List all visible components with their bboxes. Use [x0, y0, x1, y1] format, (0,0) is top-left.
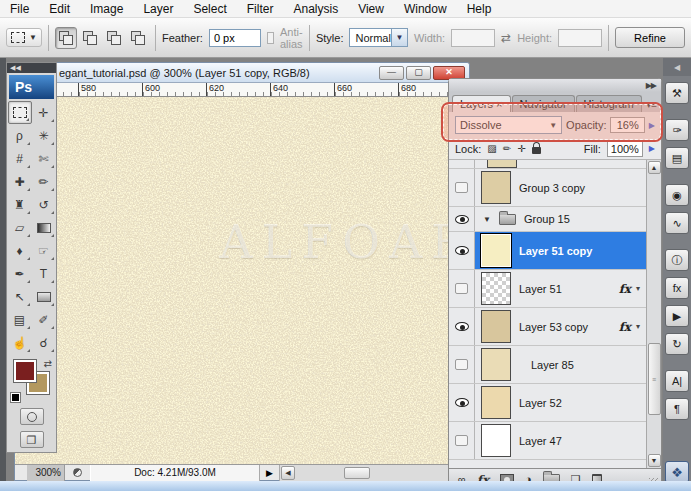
- lock-position-icon[interactable]: ✛: [517, 143, 525, 154]
- add-selection-button[interactable]: [79, 27, 101, 49]
- menu-item-edit[interactable]: Edit: [39, 0, 80, 18]
- layer-thumbnail[interactable]: [481, 386, 511, 419]
- layer-thumbnail[interactable]: [481, 310, 511, 343]
- blend-mode-select[interactable]: Dissolve ▼: [455, 116, 562, 134]
- zoom-tool[interactable]: ☌: [32, 331, 56, 354]
- dock-collapse-icon[interactable]: ◀: [663, 58, 691, 76]
- layer-styles-panel-icon[interactable]: fx: [665, 277, 689, 299]
- screen-mode-button[interactable]: ❐: [20, 431, 44, 448]
- visibility-cell-off[interactable]: [449, 169, 475, 206]
- fill-slider-icon[interactable]: ▶: [649, 144, 655, 153]
- scroll-track[interactable]: ≡: [648, 175, 661, 453]
- toolbox-collapse-icon[interactable]: ◀◀: [7, 63, 56, 73]
- gradient-tool[interactable]: [32, 216, 56, 239]
- chevron-down-icon[interactable]: ▼: [391, 29, 407, 46]
- lasso-tool[interactable]: ρ: [8, 124, 32, 147]
- visibility-cell-off[interactable]: [449, 270, 475, 307]
- opacity-slider-icon[interactable]: ▶: [649, 121, 655, 130]
- slice-tool[interactable]: ✄: [32, 147, 56, 170]
- eraser-tool[interactable]: ▱: [8, 216, 32, 239]
- rectangular-marquee-tool[interactable]: [8, 101, 32, 124]
- subtract-selection-button[interactable]: [103, 27, 125, 49]
- layer-row-body[interactable]: [475, 160, 646, 168]
- horizontal-scrollbar[interactable]: ◀: [279, 465, 469, 481]
- feather-input[interactable]: [209, 29, 261, 47]
- refine-edge-button[interactable]: Refine: [615, 27, 685, 48]
- eyedropper-tool[interactable]: ✐: [32, 308, 56, 331]
- layers-panel-icon[interactable]: ❖: [665, 461, 689, 483]
- visibility-cell-on[interactable]: [449, 384, 475, 421]
- fill-field[interactable]: 100%: [607, 141, 643, 157]
- layer-row-body[interactable]: Layer 51fx▾: [475, 270, 646, 307]
- menu-item-file[interactable]: File: [0, 0, 39, 18]
- notes-tool[interactable]: ▤: [8, 308, 32, 331]
- panel-menu-icon[interactable]: ▾≡: [646, 99, 657, 110]
- menu-item-window[interactable]: Window: [394, 0, 457, 18]
- layer-row[interactable]: ▼Group 15: [449, 207, 646, 232]
- blur-tool[interactable]: ♦: [8, 239, 32, 262]
- layer-thumbnail[interactable]: [481, 424, 511, 457]
- tool-presets-panel-icon[interactable]: ⚒: [665, 82, 689, 104]
- menu-item-select[interactable]: Select: [183, 0, 236, 18]
- layer-row-body[interactable]: Layer 51 copy: [475, 232, 646, 269]
- crop-tool[interactable]: #: [8, 147, 32, 170]
- history-brush-tool[interactable]: ↺: [32, 193, 56, 216]
- shape-tool[interactable]: [32, 285, 56, 308]
- tab-histogram[interactable]: Histogram: [576, 95, 642, 112]
- healing-brush-tool[interactable]: ✚: [8, 170, 32, 193]
- layer-row[interactable]: Layer 51 copy: [449, 232, 646, 270]
- fx-expand-icon[interactable]: ▾: [636, 322, 640, 331]
- brushes-panel-icon[interactable]: ✑: [665, 119, 689, 141]
- layer-row[interactable]: Layer 52: [449, 384, 646, 422]
- layer-row[interactable]: Group 3 copy: [449, 169, 646, 207]
- tool-preset-picker[interactable]: ▼: [6, 28, 42, 47]
- visibility-cell-on[interactable]: [449, 207, 475, 231]
- menu-item-view[interactable]: View: [348, 0, 394, 18]
- actions-panel-icon[interactable]: ▶: [665, 305, 689, 327]
- path-selection-tool[interactable]: ↖: [8, 285, 32, 308]
- scroll-thumb[interactable]: ≡: [648, 343, 661, 415]
- layer-row-body[interactable]: ▼Group 15: [475, 207, 646, 231]
- new-selection-button[interactable]: [55, 27, 77, 49]
- lock-all-icon[interactable]: [532, 147, 541, 154]
- magic-wand-tool[interactable]: ✳: [32, 124, 56, 147]
- menu-item-filter[interactable]: Filter: [237, 0, 284, 18]
- dodge-tool[interactable]: ☞: [32, 239, 56, 262]
- layer-row[interactable]: [449, 160, 646, 169]
- opacity-field[interactable]: 16%: [610, 117, 644, 133]
- menu-item-image[interactable]: Image: [80, 0, 133, 18]
- visibility-cell-off[interactable]: [449, 422, 475, 459]
- anti-alias-checkbox[interactable]: [267, 32, 274, 44]
- menu-item-analysis[interactable]: Analysis: [283, 0, 348, 18]
- minimize-button[interactable]: —: [379, 66, 404, 80]
- intersect-selection-button[interactable]: [127, 27, 149, 49]
- height-input[interactable]: [558, 29, 602, 47]
- group-expander-icon[interactable]: ▼: [483, 215, 491, 224]
- panel-collapse-icon[interactable]: ▶▶: [449, 79, 661, 92]
- layer-thumbnail[interactable]: [481, 348, 511, 381]
- layer-thumbnail[interactable]: [487, 160, 517, 168]
- styles-panel-icon[interactable]: ◉: [665, 184, 689, 206]
- swap-dimensions-icon[interactable]: ⇄: [501, 31, 511, 45]
- visibility-cell-off[interactable]: [449, 160, 475, 168]
- info-panel-icon[interactable]: ⓘ: [665, 249, 689, 271]
- visibility-cell-on[interactable]: [449, 308, 475, 345]
- character-panel-icon[interactable]: A|: [665, 370, 689, 392]
- foreground-color-swatch[interactable]: [14, 360, 36, 382]
- style-select[interactable]: Normal ▼: [349, 28, 407, 47]
- layer-row-body[interactable]: Layer 85: [475, 346, 646, 383]
- scroll-left-icon[interactable]: ◀: [281, 466, 295, 480]
- scroll-track[interactable]: [296, 467, 469, 479]
- layer-row[interactable]: Layer 47: [449, 422, 646, 460]
- menu-item-help[interactable]: Help: [457, 0, 502, 18]
- paragraph-panel-icon[interactable]: ¶: [665, 398, 689, 420]
- lock-transparent-pixels-icon[interactable]: ▨: [487, 143, 496, 154]
- swap-colors-icon[interactable]: ⇄: [44, 358, 52, 369]
- brush-tool[interactable]: ✏: [32, 170, 56, 193]
- fx-expand-icon[interactable]: ▾: [636, 284, 640, 293]
- zoom-level-field[interactable]: 300%: [27, 465, 65, 481]
- canvas[interactable]: ALFOART: [15, 97, 469, 464]
- layer-row-body[interactable]: Layer 53 copyfx▾: [475, 308, 646, 345]
- visibility-cell-off[interactable]: [449, 346, 475, 383]
- lock-image-pixels-icon[interactable]: ✏: [503, 143, 511, 154]
